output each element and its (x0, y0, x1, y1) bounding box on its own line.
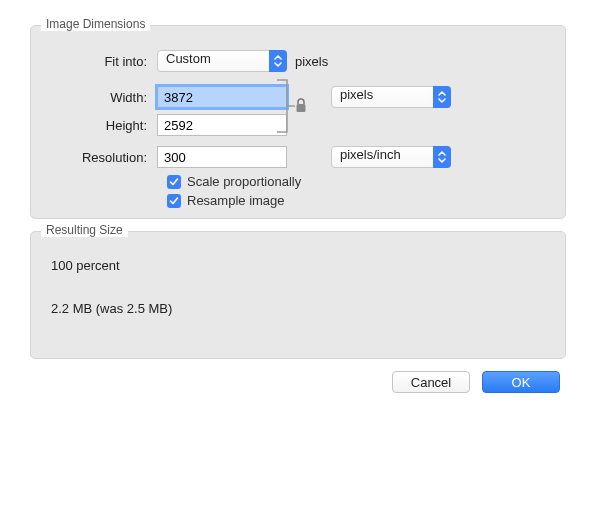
link-bracket (275, 74, 309, 138)
image-dimensions-label: Image Dimensions (41, 17, 150, 31)
resample-image-row: Resample image (167, 193, 549, 208)
scale-proportionally-row: Scale proportionally (167, 174, 549, 189)
image-dimensions-group: Image Dimensions Fit into: Custom pixels… (30, 25, 566, 219)
cancel-button[interactable]: Cancel (392, 371, 470, 393)
result-size: 2.2 MB (was 2.5 MB) (51, 301, 545, 316)
resolution-row: Resolution: pixels/inch (47, 146, 549, 168)
width-field[interactable] (157, 86, 287, 108)
resolution-label: Resolution: (47, 150, 157, 165)
fit-into-label: Fit into: (47, 54, 157, 69)
ok-button[interactable]: OK (482, 371, 560, 393)
dialog-buttons: Cancel OK (30, 371, 566, 393)
updown-icon (433, 86, 451, 108)
fit-into-row: Fit into: Custom pixels (47, 50, 549, 72)
result-percent: 100 percent (51, 258, 545, 273)
scale-proportionally-checkbox[interactable] (167, 175, 181, 189)
resulting-size-label: Resulting Size (41, 223, 128, 237)
resample-image-checkbox[interactable] (167, 194, 181, 208)
fit-into-value: Custom (166, 51, 211, 66)
height-label: Height: (47, 118, 157, 133)
lock-icon[interactable] (294, 98, 308, 117)
width-label: Width: (47, 90, 157, 105)
resample-image-label: Resample image (187, 193, 285, 208)
scale-proportionally-label: Scale proportionally (187, 174, 301, 189)
updown-icon (433, 146, 451, 168)
fit-into-select[interactable]: Custom (157, 50, 287, 72)
resolution-field[interactable] (157, 146, 287, 168)
resolution-unit-value: pixels/inch (340, 147, 401, 162)
wh-unit-value: pixels (340, 87, 373, 102)
updown-icon (269, 50, 287, 72)
resulting-size-group: Resulting Size 100 percent 2.2 MB (was 2… (30, 231, 566, 359)
height-field[interactable] (157, 114, 287, 136)
fit-into-unit: pixels (287, 54, 328, 69)
svg-rect-0 (297, 104, 306, 112)
